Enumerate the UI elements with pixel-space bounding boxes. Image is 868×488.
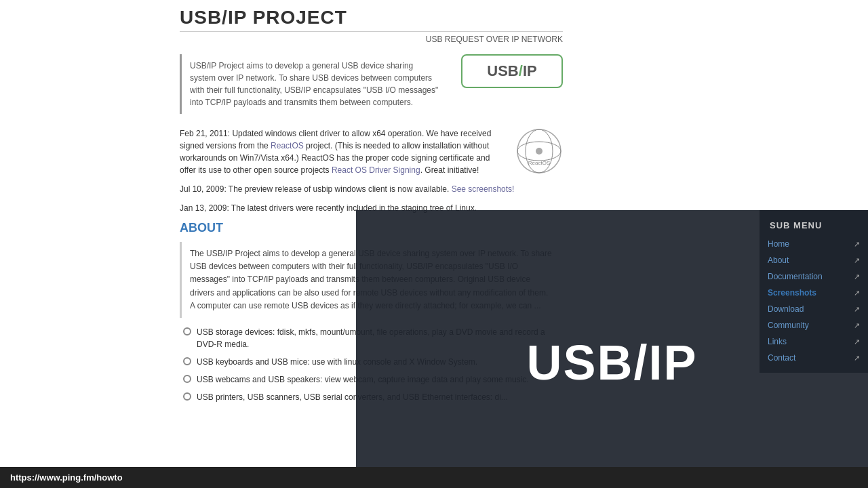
- bullet-icon-3: [183, 375, 191, 383]
- sub-menu: SUB MENU Home ↗ About ↗ Documentation ↗ …: [760, 210, 868, 373]
- submenu-label-about: About: [768, 256, 789, 265]
- intro-section: USB/IP Project aims to develop a general…: [180, 54, 563, 114]
- news1-text-after: . Great initiative!: [420, 165, 479, 175]
- submenu-item-home[interactable]: Home ↗: [760, 236, 868, 252]
- usb-ip-logo: USB/IP: [461, 54, 563, 88]
- submenu-label-home: Home: [768, 239, 789, 249]
- submenu-arrow-contact: ↗: [854, 354, 860, 363]
- submenu-item-community[interactable]: Community ↗: [760, 317, 868, 333]
- intro-text: USB/IP Project aims to develop a general…: [180, 54, 448, 114]
- submenu-label-screenshots: Screenshots: [768, 288, 816, 298]
- svg-point-3: [536, 148, 542, 155]
- reactos-logo: ReactOS: [515, 127, 563, 175]
- submenu-label-documentation: Documentation: [768, 272, 823, 281]
- svg-text:ReactOS: ReactOS: [528, 160, 550, 166]
- page-subtitle: USB REQUEST OVER IP NETWORK: [180, 35, 563, 44]
- status-bar: https://www.ping.fm/howto: [0, 467, 868, 488]
- news-item-1-text: Feb 21, 2011: Updated windows client dri…: [180, 127, 505, 176]
- submenu-item-links[interactable]: Links ↗: [760, 333, 868, 350]
- submenu-item-documentation[interactable]: Documentation ↗: [760, 268, 868, 285]
- news-section: Feb 21, 2011: Updated windows client dri…: [180, 127, 563, 214]
- submenu-label-links: Links: [768, 337, 787, 346]
- submenu-item-contact[interactable]: Contact ↗: [760, 350, 868, 366]
- logo-text2: IP: [523, 62, 537, 79]
- submenu-item-download[interactable]: Download ↗: [760, 301, 868, 317]
- news2-text-before: Jul 10, 2009: The preview release of usb…: [180, 184, 452, 194]
- submenu-arrow-about: ↗: [854, 256, 860, 265]
- news-item-1: Feb 21, 2011: Updated windows client dri…: [180, 127, 563, 176]
- bullet-icon-1: [183, 327, 191, 336]
- reactos-driver-signing-link[interactable]: React OS Driver Signing: [332, 165, 420, 175]
- submenu-arrow-links: ↗: [854, 338, 860, 346]
- submenu-item-screenshots[interactable]: Screenshots ↗: [760, 285, 868, 301]
- sub-menu-title: SUB MENU: [760, 217, 868, 236]
- bullet-icon-4: [183, 392, 191, 401]
- see-screenshots-link[interactable]: See screenshots!: [452, 184, 515, 194]
- submenu-arrow-home: ↗: [854, 240, 860, 249]
- submenu-label-community: Community: [768, 321, 809, 330]
- overlay-brand: USB/IP: [526, 308, 697, 390]
- submenu-arrow-screenshots: ↗: [854, 289, 860, 298]
- page-title: USB/IP PROJECT: [180, 7, 563, 28]
- submenu-label-download: Download: [768, 304, 804, 314]
- news-item-2: Jul 10, 2009: The preview release of usb…: [180, 183, 563, 195]
- submenu-item-about[interactable]: About ↗: [760, 252, 868, 268]
- bullet-icon-2: [183, 357, 191, 365]
- news-item-2-text: Jul 10, 2009: The preview release of usb…: [180, 183, 563, 195]
- logo-text1: USB: [487, 62, 518, 79]
- submenu-label-contact: Contact: [768, 353, 795, 363]
- reactos-link[interactable]: ReactOS: [271, 141, 304, 150]
- status-url: https://www.ping.fm/howto: [10, 472, 123, 483]
- submenu-arrow-community: ↗: [854, 321, 860, 330]
- title-divider: [180, 31, 563, 32]
- submenu-arrow-download: ↗: [854, 305, 860, 314]
- submenu-arrow-documentation: ↗: [854, 272, 860, 281]
